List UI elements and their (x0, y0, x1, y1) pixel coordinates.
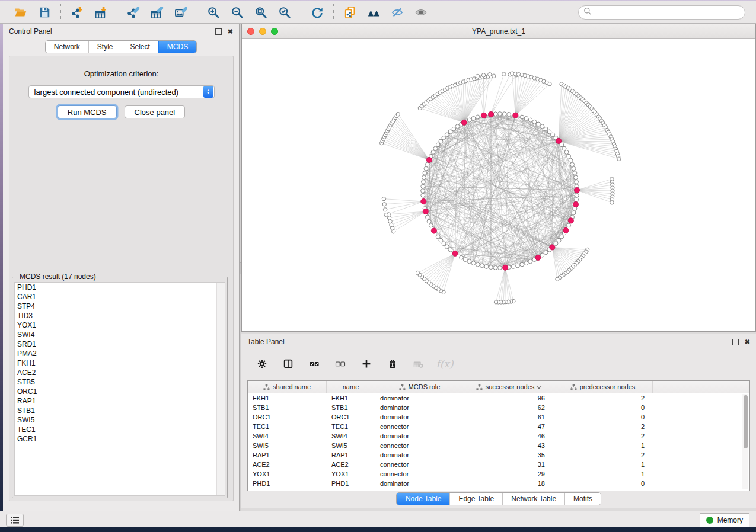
column-header-successor-nodes[interactable]: successor nodes (464, 381, 553, 393)
sort-desc-icon (537, 383, 541, 388)
mcds-result-item[interactable]: STP4 (15, 302, 225, 311)
search-box[interactable] (578, 5, 745, 20)
mcds-result-item[interactable]: GCR1 (15, 434, 225, 444)
column-header-predecessor-nodes[interactable]: predecessor nodes (553, 381, 653, 393)
column-header-name[interactable]: name (327, 381, 375, 393)
close-panel-icon[interactable]: ✖ (228, 28, 233, 36)
column-header-shared-name[interactable]: shared name (248, 381, 327, 393)
zoom-fit-icon (254, 5, 267, 20)
mcds-result-item[interactable]: SRD1 (15, 339, 225, 349)
mcds-result-item[interactable]: SWI5 (15, 415, 225, 425)
select-all-rows-button[interactable] (305, 355, 323, 373)
mcds-result-list[interactable]: PHD1CAR1STP4TID3YOX1SWI4SRD1PMA2FKH1ACE2… (14, 282, 225, 496)
open-button[interactable] (11, 4, 31, 21)
task-history-button[interactable] (6, 514, 24, 527)
column-type-icon (399, 384, 406, 390)
import-table-button[interactable] (91, 4, 111, 21)
export-image-button[interactable] (171, 4, 191, 21)
table-cell: SWI4 (327, 431, 375, 441)
mcds-result-item[interactable]: FKH1 (15, 358, 225, 368)
mcds-result-item[interactable]: RAP1 (15, 396, 225, 406)
export-table-button[interactable] (147, 4, 167, 21)
delete-table-icon (413, 357, 424, 371)
table-scrollbar[interactable] (742, 394, 748, 489)
hide-selected-button[interactable] (387, 4, 407, 21)
network-canvas[interactable] (243, 39, 755, 331)
mcds-result-item[interactable]: ACE2 (15, 368, 225, 377)
mcds-result-item[interactable]: STB5 (15, 377, 225, 387)
optimization-value: largest connected component (undirected) (29, 88, 203, 97)
copy-network-button[interactable] (340, 4, 360, 21)
table-row[interactable]: RAP1RAP1dominator352 (248, 450, 749, 460)
table-mode-gear-button[interactable] (253, 355, 271, 373)
table-row[interactable]: STB1STB1dominator620 (248, 403, 749, 412)
save-icon (38, 5, 51, 20)
table-row[interactable]: YOX1YOX1connector291 (248, 469, 749, 479)
table-row[interactable]: ORC1ORC1dominator610 (248, 412, 749, 422)
tab-edge-table[interactable]: Edge Table (449, 493, 502, 505)
show-columns-button[interactable] (279, 355, 297, 373)
optimization-dropdown[interactable]: largest connected component (undirected)… (28, 85, 215, 98)
node-table: shared namenameMCDS rolesuccessor nodesp… (247, 380, 750, 491)
show-all-button[interactable] (411, 4, 431, 21)
table-cell: ORC1 (327, 412, 375, 422)
main-toolbar (0, 1, 756, 24)
deselect-all-rows-button[interactable] (331, 355, 349, 373)
zoom-fit-button[interactable] (251, 4, 271, 21)
import-network-button[interactable] (67, 4, 87, 21)
mcds-result-item[interactable]: CAR1 (15, 292, 225, 302)
tab-node-table[interactable]: Node Table (397, 493, 450, 505)
run-mcds-button[interactable]: Run MCDS (58, 105, 117, 118)
table-row[interactable]: TEC1TEC1connector472 (248, 422, 749, 431)
mcds-result-item[interactable]: TEC1 (15, 425, 225, 434)
tab-style[interactable]: Style (88, 41, 122, 53)
mcds-result-item[interactable]: STB1 (15, 406, 225, 415)
close-table-panel-icon[interactable]: ✖ (745, 338, 750, 346)
table-row[interactable]: PHD1PHD1dominator180 (248, 479, 749, 488)
memory-button[interactable]: Memory (700, 513, 749, 527)
tab-network[interactable]: Network (46, 41, 88, 53)
save-button[interactable] (34, 4, 55, 21)
main-area: YPA_prune.txt_1 Table Panel ✖ f(x) share… (241, 24, 756, 511)
mcds-result-item[interactable]: ORC1 (15, 387, 225, 396)
float-panel-icon[interactable] (215, 28, 222, 35)
zoom-selected-button[interactable] (275, 4, 295, 21)
tab-network-table[interactable]: Network Table (502, 493, 564, 505)
zoom-in-button[interactable] (203, 4, 224, 21)
export-network-button[interactable] (123, 4, 143, 21)
table-scrollbar-thumb[interactable] (744, 395, 748, 448)
table-cell: SWI5 (327, 441, 375, 450)
close-panel-button[interactable]: Close panel (125, 105, 186, 118)
refresh-view-button[interactable] (307, 4, 327, 21)
table-cell: TEC1 (248, 422, 327, 431)
mcds-result-item[interactable]: SWI4 (15, 330, 225, 339)
table-row[interactable]: ACE2ACE2connector311 (248, 460, 749, 469)
network-titlebar[interactable]: YPA_prune.txt_1 (242, 24, 755, 39)
select-first-neighbors-button[interactable] (363, 4, 384, 21)
table-row[interactable]: SWI4SWI4dominator462 (248, 431, 749, 441)
table-row[interactable]: FKH1FKH1dominator962 (248, 393, 749, 403)
column-header-MCDS-role[interactable]: MCDS role (375, 381, 464, 393)
mcds-list-scrollbar[interactable] (216, 283, 225, 495)
table-cell: ACE2 (248, 460, 327, 469)
zoom-out-button[interactable] (227, 4, 247, 21)
mcds-result-item[interactable]: YOX1 (15, 321, 225, 330)
tab-mcds[interactable]: MCDS (158, 41, 196, 53)
mcds-result-item[interactable]: TID3 (15, 311, 225, 321)
table-cell: connector (375, 441, 464, 450)
search-input[interactable] (595, 8, 740, 17)
delete-columns-button[interactable] (384, 355, 401, 373)
create-column-button[interactable] (358, 355, 375, 373)
select-all-rows-icon (309, 357, 320, 371)
table-cell: 0 (553, 479, 653, 488)
table-cell: SWI5 (248, 441, 327, 450)
table-row[interactable]: SWI5SWI5connector431 (248, 441, 749, 450)
mcds-panel: Optimization criterion: largest connecte… (9, 56, 234, 501)
tab-select[interactable]: Select (122, 41, 158, 53)
mcds-result-item[interactable]: PHD1 (15, 283, 225, 292)
float-table-panel-icon[interactable] (732, 339, 739, 345)
mcds-result-item[interactable]: PMA2 (15, 349, 225, 358)
control-panel: Control Panel ✖ NetworkStyleSelectMCDS O… (3, 24, 239, 511)
tab-motifs[interactable]: Motifs (564, 493, 601, 505)
table-cell: connector (375, 422, 464, 431)
